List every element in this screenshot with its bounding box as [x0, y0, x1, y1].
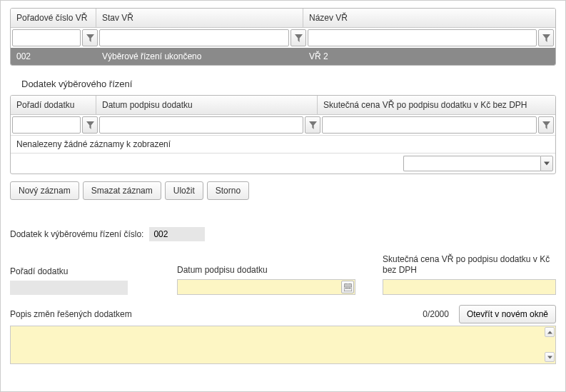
- grid-footer: [11, 153, 555, 174]
- toolbar: Nový záznam Smazat záznam Uložit Storno: [10, 181, 556, 200]
- filter-icon[interactable]: [290, 29, 306, 46]
- col-header-add-price[interactable]: Skutečná cena VŘ po podpisu dodatku v Kč…: [318, 96, 555, 114]
- cell-status: Výběrové řízení ukončeno: [96, 48, 303, 65]
- linked-vr-value: [149, 227, 205, 241]
- filter-add-price-input[interactable]: [322, 116, 537, 134]
- desc-label: Popis změn řešených dodatkem: [10, 309, 132, 319]
- filter-add-order-input[interactable]: [12, 116, 81, 134]
- delete-button[interactable]: Smazat záznam: [83, 181, 161, 200]
- vr-grid-filters: [11, 28, 555, 48]
- price-input[interactable]: [383, 279, 556, 295]
- linked-vr-label: Dodatek k výběrovému řízení číslo:: [10, 229, 143, 239]
- filter-name-input[interactable]: [308, 29, 537, 46]
- svg-rect-4: [345, 287, 346, 288]
- filter-icon[interactable]: [538, 116, 554, 134]
- col-header-name[interactable]: Název VŘ: [303, 9, 555, 27]
- filter-add-date-input[interactable]: [99, 116, 303, 134]
- date-label: Datum podpisu dodatku: [177, 265, 355, 276]
- footer-dropdown[interactable]: [403, 156, 553, 171]
- col-header-order[interactable]: Pořadové číslo VŘ: [11, 9, 96, 27]
- svg-rect-5: [347, 287, 348, 288]
- open-window-button[interactable]: Otevřít v novém okně: [459, 305, 556, 323]
- scroll-down-icon[interactable]: [545, 352, 555, 362]
- col-header-status[interactable]: Stav VŘ: [96, 9, 303, 27]
- table-row[interactable]: 002 Výběrové řízení ukončeno VŘ 2: [11, 48, 555, 65]
- addendum-grid-header: Pořadí dodatku Datum podpisu dodatku Sku…: [11, 96, 555, 115]
- empty-message: Nenalezeny žádné záznamy k zobrazení: [11, 135, 555, 153]
- order-label: Pořadí dodatku: [10, 266, 150, 277]
- char-count: 0/2000: [423, 309, 449, 319]
- date-input[interactable]: [177, 279, 355, 295]
- new-button[interactable]: Nový záznam: [10, 181, 79, 200]
- scroll-up-icon[interactable]: [545, 327, 555, 337]
- order-field: [10, 281, 128, 295]
- filter-order-input[interactable]: [12, 29, 81, 46]
- addendum-grid: Pořadí dodatku Datum podpisu dodatku Sku…: [10, 95, 556, 174]
- filter-icon[interactable]: [305, 116, 320, 134]
- section-title: Dodatek výběrového řízení: [21, 79, 556, 89]
- vr-grid: Pořadové číslo VŘ Stav VŘ Název VŘ 002 V…: [10, 8, 556, 66]
- calendar-icon[interactable]: [341, 281, 354, 293]
- col-header-add-order[interactable]: Pořadí dodatku: [11, 96, 96, 114]
- desc-textarea[interactable]: [10, 326, 556, 364]
- save-button[interactable]: Uložit: [165, 181, 203, 200]
- vr-grid-header: Pořadové číslo VŘ Stav VŘ Název VŘ: [11, 9, 555, 28]
- filter-icon[interactable]: [82, 29, 98, 46]
- filter-icon[interactable]: [82, 116, 98, 134]
- filter-icon[interactable]: [538, 29, 554, 46]
- cancel-button[interactable]: Storno: [207, 181, 249, 200]
- cell-name: VŘ 2: [303, 48, 555, 65]
- col-header-add-date[interactable]: Datum podpisu dodatku: [96, 96, 318, 114]
- svg-rect-6: [349, 287, 350, 288]
- chevron-down-icon[interactable]: [540, 156, 553, 171]
- cell-order: 002: [11, 48, 96, 65]
- price-label: Skutečná cena VŘ po podpisu dodatku v Kč…: [383, 254, 556, 276]
- addendum-grid-filters: [11, 115, 555, 135]
- filter-status-input[interactable]: [99, 29, 289, 46]
